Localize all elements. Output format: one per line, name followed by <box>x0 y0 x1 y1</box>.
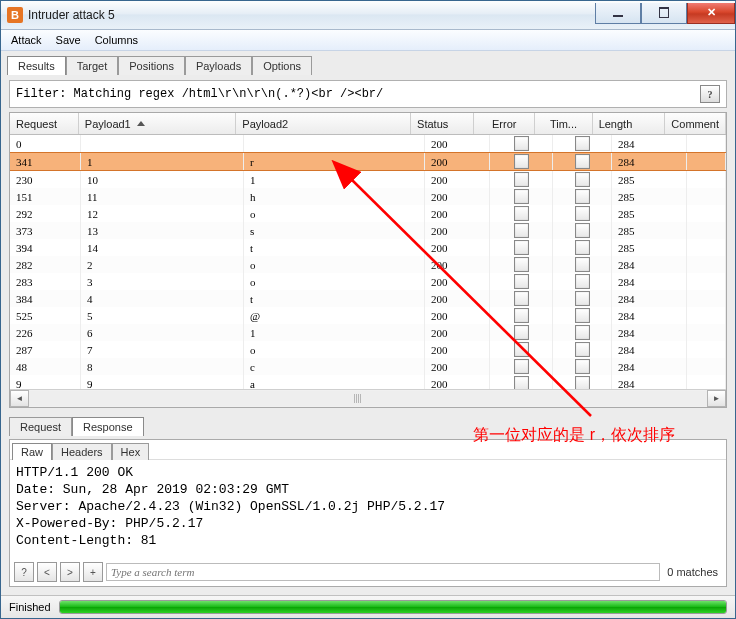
close-button[interactable] <box>687 3 735 24</box>
titlebar: B Intruder attack 5 <box>1 1 735 30</box>
menu-columns[interactable]: Columns <box>89 32 144 48</box>
checkbox-icon <box>514 376 529 389</box>
progress-bar <box>59 600 727 614</box>
checkbox-icon <box>514 257 529 272</box>
sort-asc-icon <box>137 121 145 126</box>
checkbox-icon <box>514 274 529 289</box>
search-fwd-button[interactable]: > <box>60 562 80 582</box>
search-matches: 0 matches <box>663 566 722 578</box>
response-body[interactable]: HTTP/1.1 200 OKDate: Sun, 28 Apr 2019 02… <box>10 459 726 560</box>
table-row[interactable]: 230101200285 <box>10 171 726 188</box>
window-title: Intruder attack 5 <box>28 8 115 22</box>
tab-headers[interactable]: Headers <box>52 443 112 460</box>
table-row[interactable]: 22661200284 <box>10 324 726 341</box>
checkbox-icon <box>575 376 590 389</box>
checkbox-icon <box>514 206 529 221</box>
checkbox-icon <box>575 274 590 289</box>
results-table: Request Payload1 Payload2 Status Error T… <box>9 112 727 408</box>
menu-attack[interactable]: Attack <box>5 32 48 48</box>
checkbox-icon <box>514 172 529 187</box>
tab-options[interactable]: Options <box>252 56 312 75</box>
col-error[interactable]: Error <box>474 113 535 134</box>
detail-tabstrip: Request Response <box>9 416 727 435</box>
checkbox-icon <box>514 291 529 306</box>
search-back-button[interactable]: < <box>37 562 57 582</box>
scroll-left-icon[interactable]: ◄ <box>10 390 29 407</box>
col-timeout[interactable]: Tim... <box>535 113 592 134</box>
table-row[interactable]: 29212o200285 <box>10 205 726 222</box>
table-row[interactable]: 15111h200285 <box>10 188 726 205</box>
search-add-button[interactable]: + <box>83 562 103 582</box>
table-row[interactable]: 39414t200285 <box>10 239 726 256</box>
search-bar: ? < > + 0 matches <box>10 560 726 586</box>
table-row[interactable]: 2833o200284 <box>10 273 726 290</box>
response-panel: Raw Headers Hex HTTP/1.1 200 OKDate: Sun… <box>9 439 727 587</box>
main-tabstrip: Results Target Positions Payloads Option… <box>1 51 735 74</box>
checkbox-icon <box>575 189 590 204</box>
table-row[interactable]: 99a200284 <box>10 375 726 389</box>
table-row[interactable]: 3411r200284 <box>10 152 726 171</box>
tab-results[interactable]: Results <box>7 56 66 75</box>
status-text: Finished <box>9 601 51 613</box>
table-row[interactable]: 37313s200285 <box>10 222 726 239</box>
maximize-button[interactable] <box>641 3 687 24</box>
col-comment[interactable]: Comment <box>665 113 726 134</box>
table-body[interactable]: 02002843411r20028423010120028515111h2002… <box>10 135 726 389</box>
status-bar: Finished <box>1 595 735 618</box>
col-length[interactable]: Length <box>593 113 666 134</box>
col-status[interactable]: Status <box>411 113 474 134</box>
search-input[interactable] <box>106 563 660 581</box>
col-payload2[interactable]: Payload2 <box>236 113 411 134</box>
table-row[interactable]: 2877o200284 <box>10 341 726 358</box>
checkbox-icon <box>575 325 590 340</box>
checkbox-icon <box>575 172 590 187</box>
tab-target[interactable]: Target <box>66 56 119 75</box>
menubar: Attack Save Columns <box>1 30 735 51</box>
tab-positions[interactable]: Positions <box>118 56 185 75</box>
tab-hex[interactable]: Hex <box>112 443 150 460</box>
checkbox-icon <box>514 308 529 323</box>
checkbox-icon <box>514 189 529 204</box>
checkbox-icon <box>575 206 590 221</box>
checkbox-icon <box>575 359 590 374</box>
col-payload1[interactable]: Payload1 <box>79 113 236 134</box>
filter-bar[interactable]: Filter: Matching regex /html\r\n\r\n(.*?… <box>9 80 727 108</box>
table-row[interactable]: 3844t200284 <box>10 290 726 307</box>
checkbox-icon <box>575 240 590 255</box>
checkbox-icon <box>575 308 590 323</box>
response-subtabs: Raw Headers Hex <box>10 440 726 459</box>
checkbox-icon <box>514 223 529 238</box>
table-row[interactable]: 488c200284 <box>10 358 726 375</box>
checkbox-icon <box>514 342 529 357</box>
menu-save[interactable]: Save <box>50 32 87 48</box>
table-row[interactable]: 5255@200284 <box>10 307 726 324</box>
checkbox-icon <box>575 291 590 306</box>
table-h-scrollbar[interactable]: ◄ ► <box>10 389 726 407</box>
tab-payloads[interactable]: Payloads <box>185 56 252 75</box>
app-icon: B <box>7 7 23 23</box>
checkbox-icon <box>514 240 529 255</box>
filter-text: Filter: Matching regex /html\r\n\r\n(.*?… <box>16 87 383 101</box>
checkbox-icon <box>575 136 590 151</box>
tab-response[interactable]: Response <box>72 417 144 436</box>
checkbox-icon <box>575 257 590 272</box>
tab-request[interactable]: Request <box>9 417 72 436</box>
checkbox-icon <box>514 325 529 340</box>
checkbox-icon <box>514 359 529 374</box>
filter-help-button[interactable]: ? <box>700 85 720 103</box>
checkbox-icon <box>575 342 590 357</box>
minimize-button[interactable] <box>595 3 641 24</box>
checkbox-icon <box>514 136 529 151</box>
checkbox-icon <box>575 154 590 169</box>
search-prev-button[interactable]: ? <box>14 562 34 582</box>
tab-raw[interactable]: Raw <box>12 443 52 460</box>
table-header: Request Payload1 Payload2 Status Error T… <box>10 113 726 135</box>
checkbox-icon <box>514 154 529 169</box>
col-request[interactable]: Request <box>10 113 79 134</box>
scroll-right-icon[interactable]: ► <box>707 390 726 407</box>
checkbox-icon <box>575 223 590 238</box>
table-row[interactable]: 2822o200284 <box>10 256 726 273</box>
table-row[interactable]: 0200284 <box>10 135 726 152</box>
